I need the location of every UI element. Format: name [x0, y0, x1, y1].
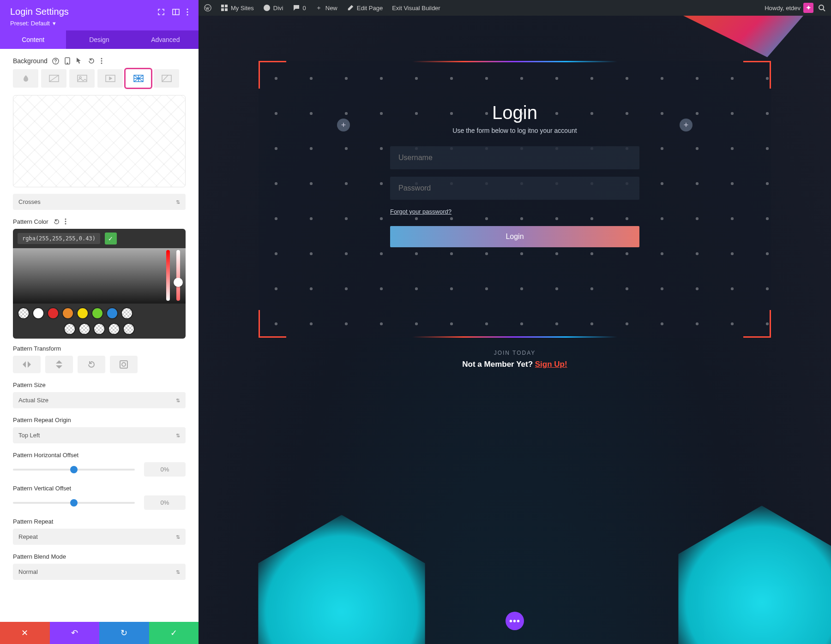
login-button[interactable]: Login [390, 226, 639, 247]
howdy-user[interactable]: Howdy, etdev✦ [765, 3, 813, 13]
cancel-button[interactable]: ✕ [0, 622, 50, 644]
svg-point-16 [101, 60, 102, 62]
bg-type-gradient[interactable] [41, 69, 66, 88]
save-button[interactable]: ✓ [149, 622, 199, 644]
svg-point-5 [264, 5, 270, 11]
tab-advanced[interactable]: Advanced [132, 30, 199, 49]
phone-icon[interactable] [65, 57, 70, 65]
swatch-white[interactable] [32, 307, 44, 319]
alpha-handle[interactable] [174, 278, 183, 287]
bg-type-image[interactable] [69, 69, 95, 88]
add-module-button[interactable]: + [337, 119, 350, 131]
expand-icon[interactable] [157, 8, 165, 16]
swatch-empty[interactable] [108, 323, 120, 335]
swatch-empty[interactable] [121, 307, 133, 319]
username-input[interactable] [390, 146, 639, 169]
undo-button[interactable]: ↶ [50, 622, 100, 644]
svg-point-15 [101, 58, 102, 60]
new-link[interactable]: ＋New [315, 4, 337, 12]
swatch-green[interactable] [91, 307, 103, 319]
redo-button[interactable]: ↻ [99, 622, 149, 644]
sidebar-body: Background Crosses Pattern Color rgba(25… [0, 49, 199, 622]
hover-icon[interactable] [76, 57, 82, 65]
svg-point-6 [819, 5, 824, 10]
svg-rect-27 [120, 361, 127, 368]
svg-rect-1 [221, 5, 224, 7]
slider-thumb[interactable] [70, 466, 78, 473]
reset-icon[interactable] [88, 57, 95, 65]
alpha-slider[interactable] [176, 250, 180, 301]
sites-icon [221, 4, 228, 12]
comments-link[interactable]: 0 [293, 4, 306, 12]
preset-selector[interactable]: Preset: Default▾ [10, 20, 188, 27]
bg-type-pattern[interactable] [126, 69, 151, 88]
divi-link[interactable]: Divi [263, 4, 283, 12]
exit-vb-link[interactable]: Exit Visual Builder [392, 5, 440, 12]
svg-point-24 [65, 219, 66, 220]
login-module[interactable]: + + Login Use the form below to log itno… [259, 61, 771, 338]
password-input[interactable] [390, 177, 639, 200]
toggle-panel-icon[interactable] [172, 8, 180, 16]
pattern-style-select[interactable]: Crosses [13, 194, 186, 210]
flip-vertical-button[interactable] [45, 356, 73, 373]
sidebar-header: Login Settings Preset: Default▾ [0, 0, 199, 30]
hue-slider[interactable] [166, 250, 170, 301]
svg-rect-2 [225, 5, 228, 7]
flip-horizontal-button[interactable] [13, 356, 41, 373]
slider-thumb[interactable] [70, 499, 78, 507]
color-confirm-button[interactable]: ✓ [105, 233, 117, 244]
builder-fab[interactable]: ••• [506, 612, 524, 630]
rotate-button[interactable] [78, 356, 105, 373]
h-offset-value[interactable]: 0% [144, 462, 186, 477]
swatch-orange[interactable] [62, 307, 74, 319]
h-offset-slider[interactable] [13, 469, 135, 471]
swatch-empty[interactable] [64, 323, 76, 335]
swatch-transparent[interactable] [18, 307, 30, 319]
pattern-origin-select[interactable]: Top Left [13, 427, 186, 443]
reset-icon[interactable] [53, 218, 60, 225]
svg-point-9 [187, 11, 188, 12]
color-value[interactable]: rgba(255,255,255,0.43) [18, 233, 100, 244]
svg-rect-19 [78, 75, 87, 82]
bg-type-mask[interactable] [154, 69, 179, 88]
swatch-empty[interactable] [93, 323, 105, 335]
color-picker[interactable]: rgba(255,255,255,0.43) ✓ [13, 229, 186, 339]
bg-type-video[interactable] [97, 69, 123, 88]
svg-rect-3 [221, 8, 224, 11]
signup-link[interactable]: Sign Up! [535, 360, 567, 369]
my-sites-link[interactable]: My Sites [221, 4, 254, 12]
add-module-button[interactable]: + [680, 119, 692, 131]
tab-design[interactable]: Design [66, 30, 132, 49]
edit-page-link[interactable]: Edit Page [347, 4, 383, 12]
help-icon[interactable] [52, 58, 59, 65]
bg-type-color[interactable] [13, 69, 38, 88]
forgot-password-link[interactable]: Forgot your password? [390, 208, 452, 215]
options-icon[interactable] [65, 218, 66, 225]
wp-logo[interactable] [204, 4, 211, 12]
v-offset-slider[interactable] [13, 502, 135, 504]
swatch-empty[interactable] [78, 323, 90, 335]
wordpress-icon [204, 4, 211, 12]
options-icon[interactable] [101, 58, 102, 64]
pattern-blend-select[interactable]: Normal [13, 564, 186, 580]
swatch-red[interactable] [47, 307, 59, 319]
color-gradient-area[interactable] [13, 248, 186, 304]
more-icon[interactable] [187, 8, 188, 16]
v-offset-value[interactable]: 0% [144, 495, 186, 510]
color-swatches [13, 304, 186, 323]
pattern-color-label: Pattern Color [13, 218, 186, 225]
join-text: Not a Member Yet? Sign Up! [199, 360, 831, 369]
pattern-size-select[interactable]: Actual Size [13, 392, 186, 408]
tab-content[interactable]: Content [0, 30, 66, 49]
divi-icon [263, 4, 271, 12]
swatch-yellow[interactable] [77, 307, 89, 319]
h-offset-label: Pattern Horizontal Offset [13, 452, 186, 459]
search-button[interactable] [818, 4, 825, 12]
svg-rect-23 [162, 75, 171, 82]
pattern-transform-label: Pattern Transform [13, 345, 186, 352]
corner-accent [743, 310, 771, 338]
swatch-blue[interactable] [106, 307, 118, 319]
pattern-repeat-select[interactable]: Repeat [13, 529, 186, 545]
invert-button[interactable] [110, 356, 138, 373]
swatch-empty[interactable] [123, 323, 135, 335]
